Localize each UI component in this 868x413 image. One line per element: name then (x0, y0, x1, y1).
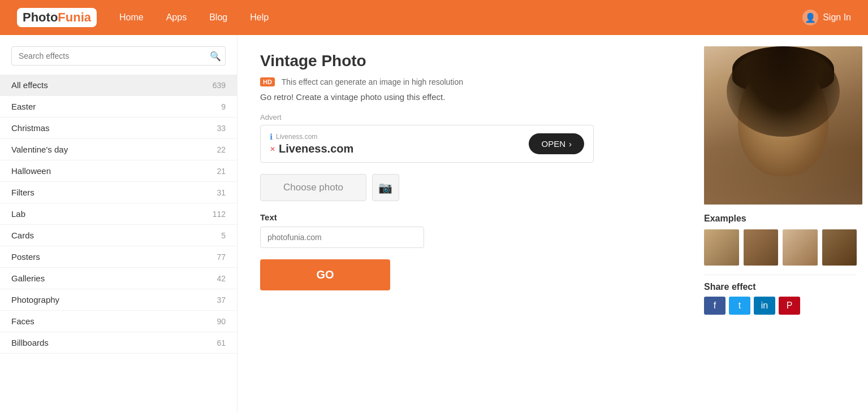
sidebar-items: All effects 639 Easter 9 Christmas 33 Va… (0, 75, 237, 354)
main-content: Vintage Photo HD This effect can generat… (237, 35, 693, 413)
sidebar-item-filters[interactable]: Filters 31 (0, 182, 237, 203)
choose-photo-button[interactable]: Choose photo (260, 174, 366, 201)
hd-badge: HD (260, 77, 275, 86)
text-label: Text (260, 212, 670, 222)
advert-left: ℹ Liveness.com ✕ Liveness.com (270, 132, 353, 155)
sidebar-label-cards: Cards (11, 231, 34, 240)
logo-photo: Photo (23, 10, 58, 25)
sidebar-count-photography: 37 (217, 295, 226, 305)
sidebar-item-easter[interactable]: Easter 9 (0, 96, 237, 118)
advert-site-label: Liveness.com (276, 133, 317, 141)
advert-open-button[interactable]: OPEN › (529, 133, 584, 154)
sidebar-label-easter: Easter (11, 102, 36, 111)
sidebar-label-all: All effects (11, 80, 48, 90)
sidebar-count-all: 639 (213, 81, 226, 90)
right-panel: Examples Share effect ftinP (693, 35, 868, 413)
advert-open-label: OPEN (541, 139, 565, 149)
sidebar-item-lab[interactable]: Lab 112 (0, 203, 237, 225)
twitter-share-button[interactable]: t (729, 297, 750, 315)
divider (704, 275, 857, 275)
sidebar-item-posters[interactable]: Posters 77 (0, 246, 237, 268)
search-container: 🔍 (0, 46, 237, 75)
sidebar-count-billboards: 61 (217, 338, 226, 347)
sign-in-button[interactable]: 👤 Sign In (802, 10, 851, 25)
sidebar: 🔍 All effects 639 Easter 9 Christmas 33 … (0, 35, 237, 413)
sidebar-label-christmas: Christmas (11, 123, 50, 133)
sidebar-count-faces: 90 (217, 317, 226, 326)
examples-row (704, 229, 857, 266)
sidebar-item-halloween[interactable]: Halloween 21 (0, 160, 237, 182)
sidebar-count-posters: 77 (217, 253, 226, 262)
sidebar-count-christmas: 33 (217, 124, 226, 133)
sidebar-label-valentines: Valentine's day (11, 145, 68, 154)
sidebar-item-billboards[interactable]: Billboards 61 (0, 332, 237, 354)
sidebar-label-halloween: Halloween (11, 166, 51, 176)
example-thumb-1[interactable] (704, 229, 739, 266)
text-input[interactable] (260, 227, 424, 248)
sidebar-label-photography: Photography (11, 295, 59, 305)
share-label: Share effect (704, 282, 857, 292)
search-button[interactable]: 🔍 (210, 51, 221, 62)
sidebar-label-galleries: Galleries (11, 273, 45, 283)
search-input[interactable] (11, 46, 226, 66)
sidebar-label-lab: Lab (11, 209, 25, 219)
hd-description: This effect can generate an image in hig… (282, 77, 463, 86)
advert-label: Advert (260, 113, 670, 121)
sidebar-count-valentines: 22 (217, 145, 226, 154)
go-button[interactable]: GO (260, 259, 390, 290)
sidebar-count-cards: 5 (221, 231, 226, 240)
header: PhotoFunia HomeAppsBlogHelp 👤 Sign In (0, 0, 868, 35)
user-icon: 👤 (802, 10, 818, 25)
example-thumb-2[interactable] (744, 229, 779, 266)
advert-section: Advert ℹ Liveness.com ✕ Liveness.com OPE… (260, 113, 670, 163)
sidebar-label-posters: Posters (11, 252, 40, 262)
nav-item-apps[interactable]: Apps (166, 12, 187, 23)
effect-tagline: Go retro! Create a vintage photo using t… (260, 92, 670, 102)
sidebar-label-faces: Faces (11, 316, 34, 326)
example-thumb-4[interactable] (822, 229, 857, 266)
sidebar-count-lab: 112 (213, 210, 226, 219)
sidebar-item-valentines[interactable]: Valentine's day 22 (0, 139, 237, 160)
sidebar-label-filters: Filters (11, 188, 34, 197)
arrow-icon: › (569, 139, 572, 149)
close-icon[interactable]: ✕ (270, 145, 275, 153)
sidebar-count-easter: 9 (221, 102, 226, 111)
example-thumb-3[interactable] (783, 229, 818, 266)
facebook-share-button[interactable]: f (704, 297, 726, 315)
examples-label: Examples (704, 214, 857, 224)
camera-icon: 📷 (378, 181, 392, 194)
sidebar-label-billboards: Billboards (11, 338, 49, 347)
sidebar-count-halloween: 21 (217, 167, 226, 176)
nav-item-home[interactable]: Home (119, 12, 144, 23)
sidebar-item-cards[interactable]: Cards 5 (0, 225, 237, 246)
hd-info: HD This effect can generate an image in … (260, 77, 670, 86)
sidebar-item-galleries[interactable]: Galleries 42 (0, 268, 237, 289)
effect-title: Vintage Photo (260, 52, 670, 70)
sign-in-label: Sign In (823, 12, 851, 23)
sidebar-item-all[interactable]: All effects 639 (0, 75, 237, 96)
pinterest-share-button[interactable]: P (779, 297, 800, 315)
preview-image (704, 46, 862, 205)
advert-site-name: Liveness.com (279, 142, 353, 155)
info-icon: ℹ (270, 132, 273, 141)
advert-box: ℹ Liveness.com ✕ Liveness.com OPEN › (260, 125, 594, 163)
share-buttons: ftinP (704, 297, 857, 315)
main-nav: HomeAppsBlogHelp (119, 12, 802, 23)
linkedin-share-button[interactable]: in (754, 297, 775, 315)
search-box: 🔍 (11, 46, 226, 66)
sidebar-item-photography[interactable]: Photography 37 (0, 289, 237, 311)
sidebar-count-galleries: 42 (217, 274, 226, 283)
sidebar-count-filters: 31 (217, 188, 226, 197)
logo-funia: Funia (58, 10, 91, 25)
nav-item-blog[interactable]: Blog (209, 12, 227, 23)
camera-button[interactable]: 📷 (372, 174, 399, 201)
sidebar-item-christmas[interactable]: Christmas 33 (0, 118, 237, 139)
choose-photo-row: Choose photo 📷 (260, 174, 670, 201)
sidebar-item-faces[interactable]: Faces 90 (0, 311, 237, 332)
logo[interactable]: PhotoFunia (17, 8, 97, 27)
nav-item-help[interactable]: Help (250, 12, 269, 23)
